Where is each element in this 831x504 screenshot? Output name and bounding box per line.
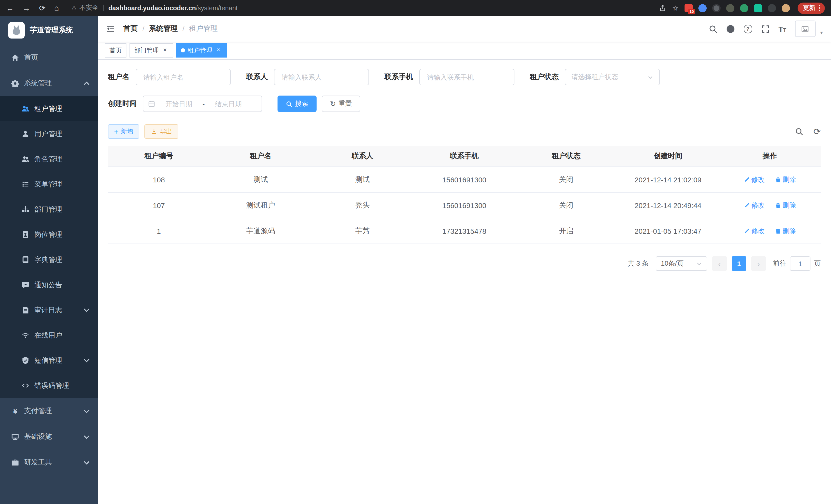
cell-mobile: 15601691300 (413, 167, 515, 192)
message-icon (22, 281, 29, 289)
extension-icon-5[interactable] (740, 4, 748, 12)
tenant-name-field[interactable] (142, 73, 224, 82)
date-range-picker[interactable]: - (143, 95, 262, 112)
next-page-button[interactable]: › (751, 256, 766, 271)
menu-fold-icon[interactable] (106, 24, 115, 33)
table-header-row: 租户编号 租户名 联系人 联系手机 租户状态 创建时间 操作 (108, 146, 821, 167)
sidebar-item-errorcode[interactable]: 错误码管理 (0, 373, 98, 398)
rabbit-icon (10, 24, 23, 36)
sidebar-item-auditlog[interactable]: 审计日志 (0, 297, 98, 323)
mobile-field[interactable] (426, 73, 508, 82)
share-icon[interactable] (659, 4, 666, 12)
search-button[interactable]: 搜索 (278, 95, 317, 112)
close-icon[interactable]: × (161, 47, 169, 54)
github-icon[interactable] (726, 24, 735, 33)
browser-update-button[interactable]: 更新 (797, 2, 825, 13)
extension-icon-4[interactable] (726, 4, 734, 12)
sidebar-item-payment[interactable]: ¥ 支付管理 (0, 398, 98, 424)
reset-button[interactable]: ↻ 重置 (322, 95, 360, 112)
search-icon[interactable] (709, 24, 717, 33)
sidebar-item-tenant[interactable]: 租户管理 (0, 96, 98, 121)
refresh-icon[interactable]: ⟳ (813, 127, 821, 136)
add-button[interactable]: + 新增 (108, 124, 139, 139)
extension-icon-1[interactable]: 10 (684, 4, 692, 12)
app-logo[interactable]: 芋道管理系统 (0, 16, 98, 45)
fullscreen-icon[interactable] (761, 24, 770, 33)
address-bar[interactable]: ⚠ 不安全 dashboard.yudao.iocoder.cn/system/… (71, 4, 659, 12)
start-date-field[interactable] (158, 99, 199, 108)
page-number-1[interactable]: 1 (732, 256, 746, 271)
contact-input[interactable] (274, 69, 369, 85)
page-size-select[interactable]: 10条/页 (656, 256, 707, 271)
tenant-name-input[interactable] (136, 69, 231, 85)
home-icon (11, 54, 19, 61)
cell-actions: 修改 删除 (719, 192, 821, 218)
help-icon[interactable]: ? (743, 24, 752, 33)
warning-icon: ⚠ (71, 4, 77, 11)
sidebar-item-sms[interactable]: 短信管理 (0, 348, 98, 373)
bookmark-star-icon[interactable]: ☆ (672, 4, 679, 12)
browser-menu-icon[interactable] (819, 5, 820, 11)
search-toggle-icon[interactable] (795, 127, 803, 136)
sidebar-item-devtools[interactable]: 研发工具 (0, 449, 98, 475)
pagination: 共 3 条 10条/页 ‹ 1 › 前往 页 (108, 256, 821, 271)
avatar-caret-icon[interactable]: ▾ (820, 30, 823, 37)
delete-icon (775, 228, 781, 234)
delete-link[interactable]: 删除 (775, 201, 796, 210)
column-header: 租户名 (210, 146, 311, 167)
active-tab-dot (181, 48, 185, 52)
goto-page-input[interactable] (790, 256, 810, 271)
tab-label: 首页 (110, 46, 122, 55)
sidebar-item-online-users[interactable]: 在线用户 (0, 323, 98, 348)
cell-tenant-name: 测试租户 (210, 192, 311, 218)
breadcrumb-item[interactable]: 首页 (123, 24, 138, 33)
export-button[interactable]: 导出 (144, 124, 178, 139)
breadcrumb-item[interactable]: 系统管理 (149, 24, 178, 33)
sidebar-item-notice[interactable]: 通知公告 (0, 272, 98, 297)
column-header: 操作 (719, 146, 821, 167)
contact-field[interactable] (281, 73, 362, 82)
close-icon[interactable]: × (215, 47, 222, 54)
end-date-field[interactable] (208, 99, 249, 108)
sidebar-item-label: 支付管理 (24, 406, 52, 416)
status-select[interactable]: 请选择租户状态 (565, 69, 660, 85)
people-icon (22, 155, 29, 163)
extension-icon-2[interactable] (698, 4, 706, 12)
app-title: 芋道管理系统 (30, 26, 73, 35)
edit-link[interactable]: 修改 (744, 226, 765, 236)
sidebar-item-post[interactable]: 岗位管理 (0, 222, 98, 247)
add-button-label: 新增 (121, 127, 133, 136)
prev-page-button[interactable]: ‹ (712, 256, 727, 271)
sidebar-item-user[interactable]: 用户管理 (0, 121, 98, 146)
edit-link[interactable]: 修改 (744, 175, 765, 184)
extension-icon-6[interactable] (754, 4, 762, 12)
sidebar-item-infra[interactable]: 基础设施 (0, 424, 98, 449)
edit-link[interactable]: 修改 (744, 201, 765, 210)
extension-icon-7[interactable] (768, 4, 776, 12)
extension-icon-3[interactable] (712, 4, 720, 12)
reload-icon[interactable]: ⟳ (39, 4, 46, 12)
sidebar-item-home[interactable]: 首页 (0, 45, 98, 70)
sidebar-item-system[interactable]: 系统管理 (0, 70, 98, 96)
delete-link[interactable]: 删除 (775, 226, 796, 236)
sidebar-item-role[interactable]: 角色管理 (0, 146, 98, 172)
chevron-down-icon (83, 433, 90, 441)
delete-link[interactable]: 删除 (775, 175, 796, 184)
field-label: 租户名 (108, 72, 130, 82)
user-avatar[interactable] (795, 21, 815, 37)
back-icon[interactable]: ← (6, 4, 14, 12)
font-size-icon[interactable]: TT (778, 24, 786, 33)
cell-mobile: 17321315478 (413, 218, 515, 244)
home-icon[interactable]: ⌂ (54, 4, 59, 12)
tab-home[interactable]: 首页 (105, 43, 126, 58)
tab-tenant[interactable]: 租户管理 × (176, 43, 227, 58)
profile-avatar[interactable] (781, 4, 790, 12)
cell-status: 关闭 (515, 167, 617, 192)
forward-icon[interactable]: → (23, 4, 30, 12)
sidebar-item-dict[interactable]: 字典管理 (0, 247, 98, 272)
sidebar-item-dept[interactable]: 部门管理 (0, 197, 98, 222)
mobile-input[interactable] (419, 69, 514, 85)
tab-dept[interactable]: 部门管理 × (130, 43, 173, 58)
sidebar-item-menu[interactable]: 菜单管理 (0, 172, 98, 197)
book-icon (22, 256, 29, 264)
